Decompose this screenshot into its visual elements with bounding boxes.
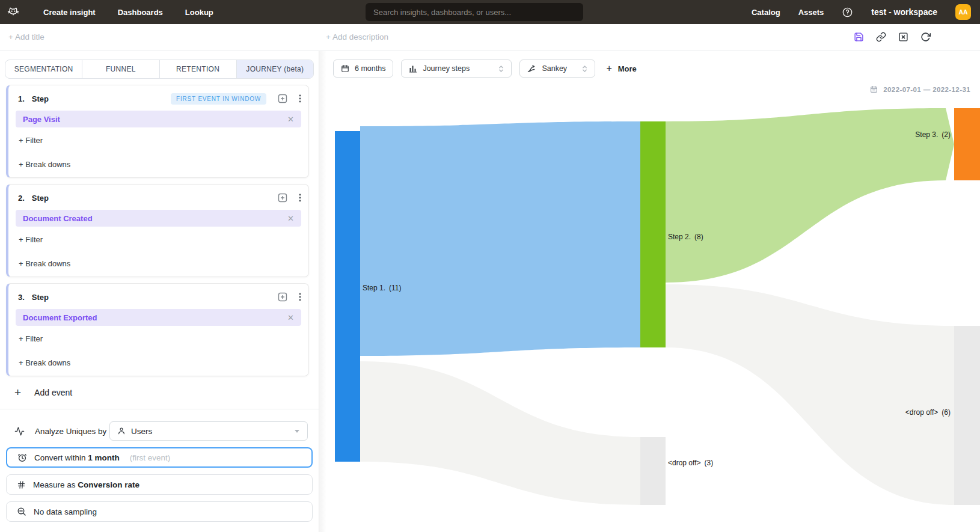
- sankey-node-label-step3: Step 3. (2): [915, 130, 951, 139]
- save-icon[interactable]: [854, 32, 864, 42]
- chart-date-range[interactable]: 2022-07-01 — 2022-12-31: [870, 85, 970, 93]
- step-number: 3.: [18, 293, 25, 302]
- add-title-field[interactable]: + Add title: [8, 32, 44, 41]
- date-range-button[interactable]: 6 months: [333, 60, 393, 78]
- sankey-flow-step1-dropoff: [360, 361, 640, 505]
- add-filter-link[interactable]: + Filter: [19, 334, 43, 343]
- nav-create-insight[interactable]: Create insight: [43, 8, 96, 17]
- avatar[interactable]: AA: [955, 4, 971, 20]
- measure-as-control[interactable]: Measure as Conversion rate: [6, 474, 313, 495]
- event-row[interactable]: Document Exported ✕: [16, 309, 301, 326]
- top-navbar: Create insight Dashboards Lookup Catalog…: [0, 0, 980, 24]
- analyze-uniques-label: Analyze Uniques by: [35, 427, 106, 436]
- sankey-node-step3[interactable]: [954, 108, 980, 180]
- zoom-out-icon: [17, 507, 26, 516]
- sankey-node-label-step1: Step 1. (11): [363, 284, 401, 292]
- step-number: 2.: [18, 194, 25, 203]
- convert-within-label: Convert within: [34, 453, 86, 462]
- cat-logo-icon[interactable]: [5, 4, 21, 20]
- event-name: Document Exported: [23, 313, 97, 322]
- kebab-menu-icon[interactable]: [299, 292, 301, 302]
- bar-chart-icon: [409, 64, 417, 73]
- plus-icon: +: [14, 387, 21, 398]
- help-circle-icon[interactable]: [842, 7, 853, 18]
- person-icon: [117, 427, 126, 435]
- activity-icon: [14, 426, 25, 436]
- add-step-after-icon[interactable]: [278, 292, 287, 302]
- measure-as-label: Measure as: [33, 480, 76, 489]
- add-step-after-icon[interactable]: [278, 193, 287, 203]
- chevron-down-icon: [294, 429, 300, 433]
- refresh-icon[interactable]: [920, 32, 931, 42]
- sankey-flow-step2-step3: [666, 108, 954, 283]
- sankey-flow-step2-dropoff: [666, 284, 954, 505]
- tab-journey[interactable]: JOURNEY (beta): [236, 60, 313, 78]
- hash-icon: [17, 480, 26, 489]
- sankey-node-label-dropoff_after_step2: <drop off> (6): [905, 408, 951, 417]
- event-name: Page Visit: [23, 115, 60, 124]
- nav-lookup[interactable]: Lookup: [185, 8, 213, 17]
- more-label: More: [618, 64, 637, 73]
- conversion-window-value: 1 month: [88, 453, 120, 462]
- remove-event-icon[interactable]: ✕: [287, 215, 294, 222]
- search-input[interactable]: [366, 3, 583, 21]
- sankey-node-step1[interactable]: [335, 131, 360, 462]
- step-card-2: 2. Step Document Created ✕ + Filter + Br…: [6, 184, 309, 277]
- tab-segmentation[interactable]: SEGMENTATION: [5, 60, 82, 78]
- tab-retention[interactable]: RETENTION: [159, 60, 236, 78]
- sankey-node-step2[interactable]: [640, 121, 666, 347]
- sampling-label: No data sampling: [34, 507, 97, 516]
- up-down-chevrons-icon: [582, 64, 587, 73]
- sankey-node-dropoff_after_step2[interactable]: [954, 326, 980, 505]
- nav-catalog[interactable]: Catalog: [752, 8, 780, 17]
- remove-event-icon[interactable]: ✕: [287, 115, 294, 123]
- add-description-field[interactable]: + Add description: [326, 32, 388, 41]
- nav-assets[interactable]: Assets: [798, 8, 824, 17]
- chart-type-select[interactable]: Sankey: [519, 60, 595, 78]
- event-row[interactable]: Page Visit ✕: [16, 111, 301, 127]
- workspace-name[interactable]: test - workspace: [871, 7, 937, 17]
- date-range-value: 6 months: [355, 64, 385, 73]
- more-options-button[interactable]: + More: [606, 63, 636, 74]
- add-event-button[interactable]: + Add event: [14, 387, 72, 398]
- add-breakdown-link[interactable]: + Break downs: [19, 358, 70, 367]
- data-sampling-control[interactable]: No data sampling: [6, 501, 313, 522]
- analyze-by-value: Users: [131, 427, 152, 436]
- conversion-window-control[interactable]: Convert within 1 month (first event): [6, 447, 313, 468]
- insight-header-bar: + Add title + Add description: [0, 24, 980, 51]
- up-down-chevrons-icon: [498, 64, 504, 73]
- sankey-flow-step1-step2: [360, 121, 640, 356]
- step-number: 1.: [18, 94, 25, 103]
- step-card-3: 3. Step Document Exported ✕ + Filter + B…: [6, 283, 309, 376]
- metric-select[interactable]: Journey steps: [401, 60, 512, 78]
- link-icon[interactable]: [876, 32, 886, 42]
- event-name: Document Created: [23, 214, 93, 223]
- calendar-icon: [341, 64, 349, 73]
- boxed-x-icon[interactable]: [898, 32, 908, 42]
- query-builder-panel: SEGMENTATION FUNNEL RETENTION JOURNEY (b…: [0, 51, 319, 532]
- alarm-clock-icon: [17, 453, 27, 462]
- insight-type-tabs: SEGMENTATION FUNNEL RETENTION JOURNEY (b…: [5, 60, 314, 79]
- analyze-by-select[interactable]: Users: [109, 421, 308, 441]
- add-step-after-icon[interactable]: [278, 94, 287, 103]
- chart-panel: 6 months Journey steps Sankey + More: [319, 51, 980, 532]
- nav-dashboards[interactable]: Dashboards: [118, 8, 163, 17]
- event-row[interactable]: Document Created ✕: [16, 210, 301, 227]
- add-filter-link[interactable]: + Filter: [19, 235, 43, 244]
- sankey-node-label-step2: Step 2. (8): [668, 233, 703, 241]
- chart-type-value: Sankey: [542, 64, 577, 73]
- add-breakdown-link[interactable]: + Break downs: [19, 160, 70, 169]
- add-breakdown-link[interactable]: + Break downs: [19, 259, 70, 268]
- sankey-node-dropoff_after_step1[interactable]: [640, 437, 666, 505]
- step-title: Step: [32, 194, 49, 203]
- step-title: Step: [32, 94, 49, 103]
- remove-event-icon[interactable]: ✕: [287, 314, 294, 322]
- add-filter-link[interactable]: + Filter: [19, 136, 43, 145]
- kebab-menu-icon[interactable]: [299, 94, 301, 103]
- sankey-node-label-dropoff_after_step1: <drop off> (3): [668, 459, 713, 467]
- sankey-diagram[interactable]: Step 1. (11)Step 2. (8)<drop off> (3)Ste…: [319, 51, 980, 532]
- conversion-window-hint: (first event): [130, 453, 171, 462]
- kebab-menu-icon[interactable]: [299, 193, 301, 203]
- tab-funnel[interactable]: FUNNEL: [82, 60, 159, 78]
- calendar-icon: [870, 85, 878, 93]
